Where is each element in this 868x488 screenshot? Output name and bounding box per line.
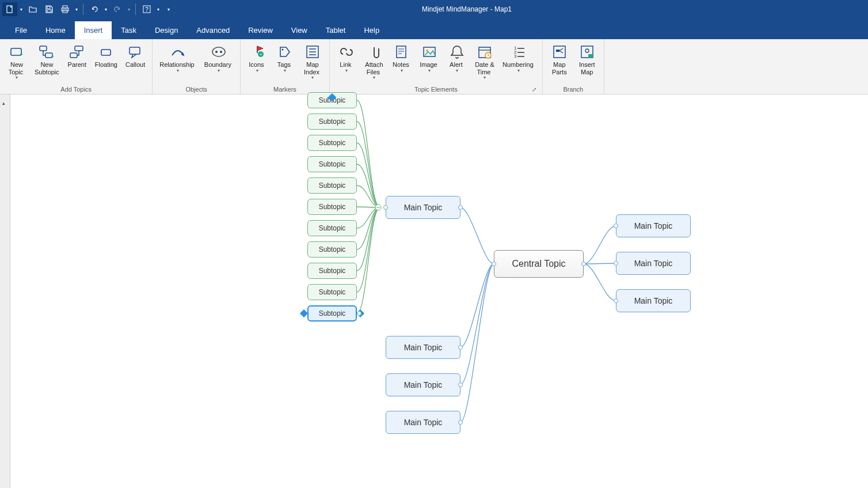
undo-button[interactable]: [87, 2, 102, 16]
dropdown-caret-icon: ▾: [401, 68, 403, 73]
subtopic-4[interactable]: Subtopic: [307, 177, 357, 194]
dropdown-caret-icon: ▾: [177, 68, 179, 73]
date-time-label: Date & Time: [475, 61, 494, 75]
image-button[interactable]: Image ▾: [416, 43, 443, 74]
connector-dot[interactable]: [458, 420, 463, 425]
map-index-label: Map Index: [304, 61, 321, 75]
map-index-button[interactable]: Map Index ▾: [299, 43, 326, 81]
subtopic-2[interactable]: Subtopic: [307, 135, 357, 151]
help-button[interactable]: ?: [139, 2, 154, 16]
callout-button[interactable]: Callout: [122, 43, 149, 70]
svg-point-16: [215, 51, 218, 53]
link-button[interactable]: Link ▾: [333, 43, 360, 74]
map-index-icon: [304, 44, 321, 60]
open-button[interactable]: [25, 2, 40, 16]
tab-tablet[interactable]: Tablet: [317, 21, 355, 39]
main-topic-left-2[interactable]: Main Topic: [386, 373, 460, 396]
mindmap-canvas[interactable]: Central TopicMain TopicMain TopicMain To…: [10, 94, 868, 488]
subtopic-6[interactable]: Subtopic: [307, 220, 357, 236]
subtopic-3[interactable]: Subtopic: [307, 156, 357, 172]
connector-dot[interactable]: [458, 205, 463, 210]
main-topic-left-1[interactable]: Main Topic: [386, 336, 460, 359]
ribbon-group-markers: +Icons ▾Tags ▾Map Index ▾Markers: [241, 39, 330, 94]
tab-task[interactable]: Task: [112, 21, 146, 39]
icons-button[interactable]: +Icons ▾: [244, 43, 271, 74]
main-topic-left-3[interactable]: Main Topic: [386, 411, 460, 434]
new-subtopic-icon: [39, 44, 55, 60]
tab-file[interactable]: File: [6, 21, 36, 39]
qat-customize[interactable]: ▾: [166, 7, 172, 12]
attach-files-button[interactable]: Attach Files ▾: [361, 43, 387, 81]
connector-dot[interactable]: [614, 298, 618, 303]
ribbon-group-branch: Map PartsInsert MapBranch: [543, 39, 604, 94]
tab-help[interactable]: Help: [355, 21, 389, 39]
connector-dot[interactable]: [458, 345, 463, 350]
redo-button[interactable]: [110, 2, 125, 16]
group-label: Branch: [546, 85, 600, 94]
print-button[interactable]: [58, 2, 73, 16]
undo-dropdown[interactable]: ▾: [103, 7, 109, 12]
subtopic-7[interactable]: Subtopic: [307, 241, 357, 258]
titlebar: ▾ ▾ ▾ ▾ ? ▾ ▾ Mindjet MindManager - Map1: [0, 0, 868, 18]
subtopic-8[interactable]: Subtopic: [307, 263, 357, 279]
connector-dot[interactable]: [383, 205, 388, 210]
tab-advanced[interactable]: Advanced: [187, 21, 239, 39]
tab-design[interactable]: Design: [146, 21, 187, 39]
ribbon-group-topic-elements: Link ▾Attach Files ▾Notes ▾Image ▾Alert …: [330, 39, 543, 94]
print-dropdown[interactable]: ▾: [74, 7, 79, 12]
new-doc-button[interactable]: [2, 2, 17, 16]
svg-point-17: [220, 51, 222, 53]
vertical-ruler: ▴: [0, 94, 10, 488]
svg-rect-10: [45, 53, 52, 58]
tags-button[interactable]: Tags ▾: [272, 43, 298, 74]
main-topic-left-0[interactable]: Main Topic: [386, 196, 460, 219]
dropdown-caret-icon: ▾: [256, 68, 258, 73]
main-topic-right-2[interactable]: Main Topic: [616, 289, 691, 312]
insert-map-button[interactable]: Insert Map: [574, 43, 600, 77]
group-label: Add Topics: [3, 85, 149, 94]
connector-dot[interactable]: [614, 224, 618, 228]
main-topic-right-0[interactable]: Main Topic: [616, 214, 691, 237]
connector-dot[interactable]: [614, 261, 618, 266]
subtopic-10[interactable]: Subtopic: [307, 305, 357, 321]
dropdown-caret-icon: ▾: [517, 68, 520, 73]
notes-icon: [394, 44, 410, 60]
tab-home[interactable]: Home: [36, 21, 75, 39]
tab-insert[interactable]: Insert: [75, 21, 112, 39]
connector-dot[interactable]: [581, 262, 586, 266]
connector-dot[interactable]: [357, 311, 361, 316]
numbering-icon: 123: [511, 44, 527, 60]
save-button[interactable]: [41, 2, 56, 16]
tab-review[interactable]: Review: [239, 21, 282, 39]
floating-button[interactable]: Floating: [92, 43, 121, 70]
date-time-button[interactable]: Date & Time ▾: [471, 43, 498, 81]
subtopic-1[interactable]: Subtopic: [307, 114, 357, 130]
connector-dot[interactable]: [492, 262, 496, 266]
new-doc-dropdown[interactable]: ▾: [18, 7, 24, 12]
new-topic-button[interactable]: New Topic ▾: [3, 43, 30, 81]
boundary-icon: [211, 44, 227, 60]
numbering-button[interactable]: 123Numbering ▾: [499, 43, 539, 74]
dialog-launcher[interactable]: ⤢: [531, 86, 538, 93]
central-topic[interactable]: Central Topic: [494, 250, 584, 278]
floating-icon: [98, 44, 114, 60]
redo-dropdown[interactable]: ▾: [126, 7, 132, 12]
relationship-button[interactable]: Relationship ▾: [156, 43, 200, 74]
new-subtopic-button[interactable]: New Subtopic: [31, 43, 63, 77]
help-dropdown[interactable]: ▾: [155, 7, 161, 12]
alert-button[interactable]: Alert ▾: [444, 43, 470, 74]
map-parts-button[interactable]: Map Parts: [546, 43, 573, 77]
subtopic-5[interactable]: Subtopic: [307, 199, 357, 215]
main-topic-right-1[interactable]: Main Topic: [616, 252, 691, 275]
qat-separator-2: [135, 3, 136, 15]
parent-button[interactable]: Parent: [64, 43, 90, 70]
floating-label: Floating: [95, 61, 117, 69]
subtopic-9[interactable]: Subtopic: [307, 284, 357, 300]
notes-button[interactable]: Notes ▾: [389, 43, 415, 74]
connector-dot[interactable]: [458, 383, 463, 387]
icons-icon: +: [249, 44, 265, 60]
tab-view[interactable]: View: [282, 21, 317, 39]
boundary-button[interactable]: Boundary ▾: [201, 43, 237, 74]
svg-point-33: [585, 49, 589, 52]
callout-label: Callout: [125, 61, 145, 69]
